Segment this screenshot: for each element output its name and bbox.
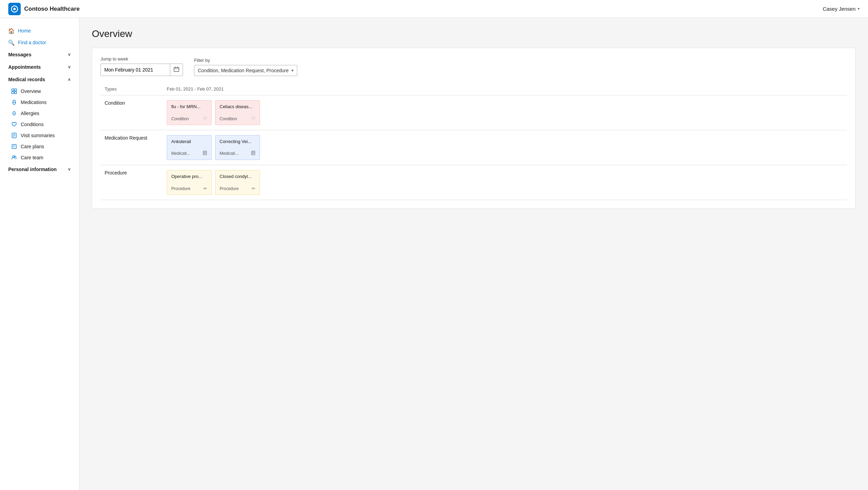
brand-name: Contoso Healthcare	[24, 6, 80, 12]
date-input-wrap	[100, 64, 183, 76]
doc-icon-anksterail	[203, 151, 207, 156]
visit-summaries-icon	[11, 132, 17, 139]
medical-records-chevron: ∧	[68, 77, 71, 82]
event-card-operative[interactable]: Operative pro... Procedure ✏	[167, 170, 212, 195]
svg-point-1	[13, 8, 16, 10]
sidebar-item-medications[interactable]: Medications	[0, 97, 79, 108]
jump-to-week-group: Jump to week	[100, 56, 183, 76]
filter-select[interactable]: Condition, Medication Request, Procedure…	[194, 65, 297, 76]
event-title-closed: Closed condyl...	[220, 174, 255, 179]
svg-rect-2	[12, 89, 14, 91]
sidebar-item-allergies-label: Allergies	[21, 111, 39, 116]
sidebar-item-care-plans[interactable]: Care plans	[0, 141, 79, 152]
event-card-correcting[interactable]: Correcting Vei... Medicati...	[215, 135, 260, 160]
events-cell-procedure: Operative pro... Procedure ✏ Closed cond…	[167, 170, 843, 195]
sidebar-section-personal-information-label: Personal information	[8, 167, 57, 172]
sidebar-item-overview-label: Overview	[21, 88, 41, 94]
layout: 🏠 Home 🔍 Find a doctor Messages ∨ Appoin…	[0, 18, 868, 490]
sidebar-section-appointments[interactable]: Appointments ∨	[0, 61, 79, 73]
calendar-icon	[174, 66, 179, 72]
svg-rect-18	[174, 67, 179, 72]
table-row-condition: Condition flu - for MRN... Condition ♡	[100, 95, 847, 130]
sidebar-section-medical-records-label: Medical records	[8, 77, 45, 82]
svg-point-16	[13, 156, 15, 158]
event-type-flu: Condition	[171, 116, 189, 121]
table-row-procedure: Procedure Operative pro... Procedure ✏	[100, 165, 847, 200]
topnav: Contoso Healthcare Casey Jensen ▾	[0, 0, 868, 18]
main-content: Overview Jump to week	[79, 18, 868, 490]
sidebar-section-medical-records[interactable]: Medical records ∧	[0, 73, 79, 86]
event-title-operative: Operative pro...	[171, 174, 207, 179]
event-footer-celiacs: Condition ♡	[220, 116, 255, 121]
event-footer-flu: Condition ♡	[171, 116, 207, 121]
type-label-procedure: Procedure	[105, 170, 127, 176]
sidebar-item-visit-summaries[interactable]: Visit summaries	[0, 130, 79, 141]
sidebar-item-visit-summaries-label: Visit summaries	[21, 133, 55, 138]
home-icon: 🏠	[8, 28, 15, 34]
sidebar: 🏠 Home 🔍 Find a doctor Messages ∨ Appoin…	[0, 18, 79, 490]
svg-rect-5	[15, 92, 17, 94]
event-title-correcting: Correcting Vei...	[220, 139, 255, 144]
personal-information-chevron: ∨	[68, 167, 71, 172]
user-chevron: ▾	[858, 7, 860, 11]
messages-chevron: ∨	[68, 52, 71, 57]
event-card-anksterail[interactable]: Anksterail Medicati...	[167, 135, 212, 160]
sidebar-item-conditions[interactable]: Conditions	[0, 119, 79, 130]
medications-icon	[11, 99, 17, 105]
sidebar-item-home[interactable]: 🏠 Home	[0, 25, 79, 37]
event-card-closed[interactable]: Closed condyl... Procedure ✏	[215, 170, 260, 195]
event-type-celiacs: Condition	[220, 116, 237, 121]
user-menu[interactable]: Casey Jensen ▾	[823, 6, 860, 12]
pencil-icon-closed: ✏	[252, 186, 255, 191]
overview-card: Jump to week	[92, 48, 856, 209]
care-plans-icon	[11, 143, 17, 150]
sidebar-item-home-label: Home	[18, 28, 31, 34]
event-card-celiacs[interactable]: Celiacs diseas... Condition ♡	[215, 100, 260, 125]
heart-icon-flu: ♡	[203, 116, 207, 121]
care-team-icon	[11, 154, 17, 161]
brand-logo	[8, 3, 21, 15]
svg-point-17	[15, 156, 16, 157]
sidebar-item-allergies[interactable]: Allergies	[0, 108, 79, 119]
col-types: Types	[100, 83, 163, 95]
event-type-closed: Procedure	[220, 186, 239, 191]
sidebar-item-care-team[interactable]: Care team	[0, 152, 79, 163]
event-title-celiacs: Celiacs diseas...	[220, 104, 255, 109]
type-label-condition: Condition	[105, 100, 125, 106]
event-footer-anksterail: Medicati...	[171, 151, 207, 156]
events-cell-condition: flu - for MRN... Condition ♡ Celiacs dis…	[167, 100, 843, 125]
appointments-chevron: ∨	[68, 65, 71, 69]
filter-value: Condition, Medication Request, Procedure	[198, 68, 289, 73]
sidebar-item-find-doctor[interactable]: 🔍 Find a doctor	[0, 37, 79, 48]
overview-icon	[11, 88, 17, 94]
sidebar-section-personal-information[interactable]: Personal information ∨	[0, 163, 79, 176]
col-date-range: Feb 01, 2021 - Feb 07, 2021	[163, 83, 847, 95]
date-input[interactable]	[101, 65, 170, 75]
sidebar-item-care-plans-label: Care plans	[21, 144, 44, 149]
event-card-flu[interactable]: flu - for MRN... Condition ♡	[167, 100, 212, 125]
pencil-icon-operative: ✏	[203, 186, 207, 191]
event-footer-correcting: Medicati...	[220, 151, 255, 156]
event-type-anksterail: Medicati...	[171, 151, 190, 156]
find-doctor-icon: 🔍	[8, 39, 15, 46]
type-label-medication-request: Medication Request	[105, 135, 147, 141]
svg-rect-3	[15, 89, 17, 91]
sidebar-item-care-team-label: Care team	[21, 155, 43, 160]
user-name: Casey Jensen	[823, 6, 856, 12]
sidebar-section-messages-label: Messages	[8, 52, 31, 57]
svg-rect-13	[12, 144, 16, 149]
event-title-anksterail: Anksterail	[171, 139, 207, 144]
event-footer-operative: Procedure ✏	[171, 186, 207, 191]
overview-table: Types Feb 01, 2021 - Feb 07, 2021 Condit…	[100, 83, 847, 200]
event-type-correcting: Medicati...	[220, 151, 239, 156]
sidebar-item-find-doctor-label: Find a doctor	[18, 40, 46, 45]
sidebar-item-medications-label: Medications	[21, 100, 47, 105]
sidebar-section-messages[interactable]: Messages ∨	[0, 48, 79, 61]
svg-rect-4	[12, 92, 14, 94]
filter-by-label: Filter by	[194, 58, 297, 63]
doc-icon-correcting	[251, 151, 255, 156]
sidebar-item-overview[interactable]: Overview	[0, 86, 79, 97]
calendar-button[interactable]	[170, 64, 183, 76]
event-title-flu: flu - for MRN...	[171, 104, 207, 109]
heart-icon-celiacs: ♡	[251, 116, 255, 121]
